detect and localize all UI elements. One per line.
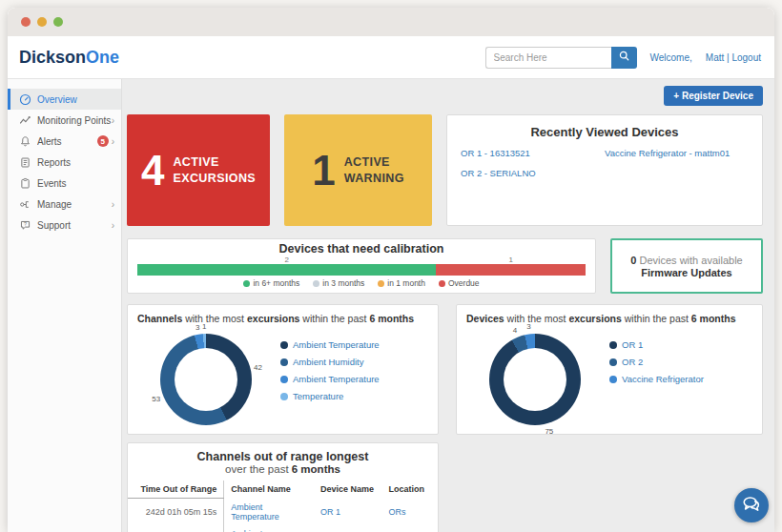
svg-text:?: ? bbox=[24, 221, 27, 227]
user-logout-link[interactable]: Matt | Logout bbox=[706, 52, 761, 63]
legend-dot bbox=[280, 393, 288, 400]
table-row: 242d 01h 05m 15sAmbient TemperatureOR 1O… bbox=[128, 499, 438, 525]
device-link[interactable]: Vaccine Refrigerator - mattm01 bbox=[605, 148, 749, 158]
top-navbar: DicksonOne Welcome, Matt | Logout bbox=[8, 36, 774, 79]
donut-value-label: 4 bbox=[513, 326, 517, 335]
donut-legend-item-ambient-temperature[interactable]: Ambient Temperature bbox=[280, 374, 380, 384]
sidebar-item-overview[interactable]: Overview bbox=[8, 89, 121, 110]
table-link[interactable]: ORs bbox=[389, 507, 406, 517]
search-input[interactable] bbox=[485, 47, 611, 69]
device-link[interactable]: OR 2 - SERIALNO bbox=[461, 168, 605, 178]
chevron-right-icon: › bbox=[112, 220, 114, 231]
browser-window: DicksonOne Welcome, Matt | Logout Overvi… bbox=[8, 8, 774, 532]
legend-dot bbox=[280, 376, 288, 383]
calibration-stacked-bar: 21 bbox=[137, 256, 586, 276]
welcome-link[interactable]: Welcome, bbox=[650, 52, 692, 63]
close-button[interactable] bbox=[21, 17, 31, 27]
donut-value-label: 75 bbox=[545, 426, 553, 435]
sidebar-item-manage[interactable]: Manage› bbox=[8, 194, 121, 215]
alerts-count-badge: 5 bbox=[97, 135, 109, 147]
search-button[interactable] bbox=[611, 47, 637, 69]
search-icon bbox=[618, 50, 630, 65]
legend-dot bbox=[313, 280, 319, 287]
time-out-of-range-cell: 242d 01h 05m 15s bbox=[128, 499, 224, 525]
out-of-range-card: Channels out of range longest over the p… bbox=[127, 442, 439, 532]
devices-excursions-card: Devices with the most excursions within … bbox=[456, 304, 763, 435]
register-device-button[interactable]: + Register Device bbox=[664, 86, 763, 106]
sidebar-item-support[interactable]: ?Support› bbox=[8, 215, 121, 235]
active-warning-card[interactable]: 1 ACTIVE WARNING bbox=[284, 114, 432, 226]
legend-item-in-6-months: in 6+ months bbox=[243, 278, 299, 288]
page: DicksonOne Welcome, Matt | Logout Overvi… bbox=[0, 0, 782, 532]
donut-legend-item-ambient-humidity[interactable]: Ambient Humidity bbox=[280, 357, 380, 367]
legend-item-in-3-months: in 3 months bbox=[313, 278, 364, 288]
sidebar-item-reports[interactable]: Reports bbox=[8, 152, 121, 173]
app-logo[interactable]: DicksonOne bbox=[19, 48, 119, 68]
excursions-count: 4 bbox=[141, 150, 164, 192]
warning-label: ACTIVE WARNING bbox=[344, 154, 404, 186]
chevron-right-icon: › bbox=[112, 199, 114, 210]
table-link[interactable]: Ambient Temperature bbox=[231, 529, 279, 532]
summary-cards-row: 4 ACTIVE EXCURSIONS 1 ACTIVE WARNING bbox=[127, 114, 763, 226]
calibration-segment-in-6-months: 2 bbox=[137, 256, 436, 276]
recent-links-left: OR 1 - 16313521OR 2 - SERIALNO bbox=[461, 148, 605, 178]
traffic-lights bbox=[21, 17, 63, 27]
calibration-card: Devices that need calibration 21 in 6+ m… bbox=[127, 238, 596, 294]
sidebar-item-label: Alerts bbox=[37, 136, 97, 147]
zoom-button[interactable] bbox=[53, 17, 63, 27]
table-header-location: Location bbox=[382, 481, 439, 499]
table-row: Channels out of range longest over the p… bbox=[127, 442, 763, 532]
main-content: + Register Device 4 ACTIVE EXCURSIONS 1 … bbox=[122, 79, 774, 532]
legend-dot bbox=[609, 358, 617, 366]
table-header-row: Time Out of RangeChannel NameDevice Name… bbox=[128, 481, 438, 499]
table-link[interactable]: OR 1 bbox=[320, 507, 340, 517]
donut-value-label: 3 bbox=[196, 322, 199, 331]
donut-legend-item-vaccine-refrigerator[interactable]: Vaccine Refrigerator bbox=[609, 374, 704, 384]
sidebar-item-alerts[interactable]: Alerts5› bbox=[8, 131, 121, 152]
active-excursions-card[interactable]: 4 ACTIVE EXCURSIONS bbox=[127, 114, 270, 226]
calibration-title: Devices that need calibration bbox=[128, 242, 595, 256]
chat-button[interactable] bbox=[734, 488, 769, 522]
table-header-device-name: Device Name bbox=[314, 481, 382, 499]
donut-ring: 7543 bbox=[489, 334, 581, 425]
donut-value-label: 1 bbox=[202, 322, 206, 331]
legend-dot bbox=[280, 341, 288, 349]
donut-legend-item-or-1[interactable]: OR 1 bbox=[609, 339, 704, 350]
recently-viewed-title: Recently Viewed Devices bbox=[447, 125, 762, 139]
chevron-right-icon: › bbox=[112, 136, 114, 147]
donut-charts-row: Channels with the most excursions within… bbox=[127, 304, 763, 435]
table-cell: ORs bbox=[382, 499, 439, 525]
out-of-range-table: Time Out of RangeChannel NameDevice Name… bbox=[128, 481, 438, 532]
firmware-updates-card: 0 Devices with available Firmware Update… bbox=[610, 238, 763, 294]
devices-donut-legend: OR 1OR 2Vaccine Refrigerator bbox=[609, 339, 704, 384]
device-link[interactable]: OR 1 - 16313521 bbox=[461, 148, 605, 158]
donut-hole bbox=[175, 348, 237, 411]
table-cell: Ambient Temperature bbox=[224, 525, 314, 532]
donut-legend-item-ambient-temperature[interactable]: Ambient Temperature bbox=[280, 339, 380, 350]
donut-legend-item-temperature[interactable]: Temperature bbox=[280, 391, 380, 401]
sidebar-item-label: Overview bbox=[37, 94, 114, 105]
devices-donut-chart: 7543 bbox=[489, 334, 581, 425]
sidebar-item-monitoring-points[interactable]: Monitoring Points› bbox=[8, 110, 121, 131]
segment-value: 2 bbox=[137, 256, 436, 264]
firmware-line2: Firmware Updates bbox=[641, 267, 731, 278]
clipboard-icon bbox=[19, 177, 31, 190]
sidebar-item-events[interactable]: Events bbox=[8, 173, 121, 194]
donut-legend-item-or-2[interactable]: OR 2 bbox=[609, 357, 704, 367]
gauge-icon bbox=[19, 93, 31, 106]
minimize-button[interactable] bbox=[37, 17, 47, 27]
out-of-range-title: Channels out of range longest bbox=[128, 450, 438, 463]
searchbox bbox=[485, 47, 637, 69]
channels-donut-chart: 425331 bbox=[160, 334, 252, 425]
donut-value-label: 42 bbox=[254, 362, 262, 371]
legend-item-in-1-month: in 1 month bbox=[378, 278, 425, 288]
sidebar-item-label: Manage bbox=[37, 199, 112, 210]
register-row: + Register Device bbox=[127, 86, 763, 107]
bell-icon bbox=[19, 135, 31, 148]
table-cell: OR 2 bbox=[314, 525, 382, 532]
donut-hole bbox=[504, 348, 566, 411]
org-icon bbox=[19, 198, 31, 211]
table-link[interactable]: Ambient Temperature bbox=[231, 502, 279, 522]
channels-excursions-title: Channels with the most excursions within… bbox=[137, 313, 428, 324]
logo-primary: Dickson bbox=[19, 48, 86, 67]
